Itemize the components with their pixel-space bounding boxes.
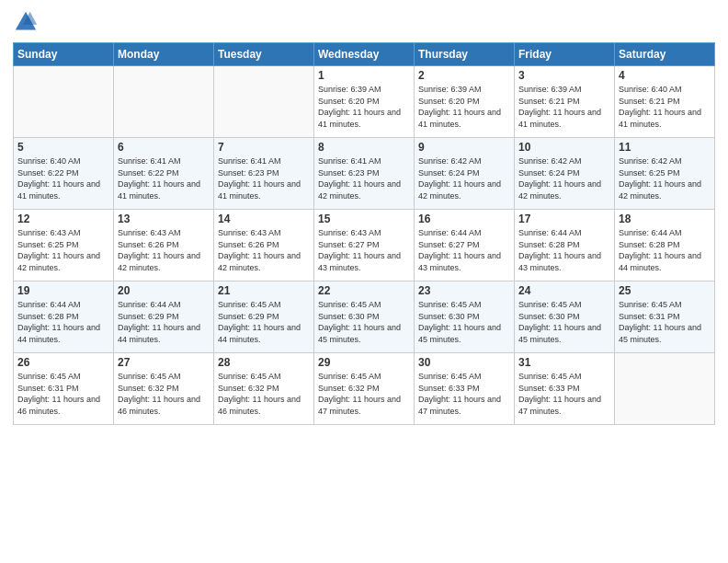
calendar-cell: 8Sunrise: 6:41 AMSunset: 6:23 PMDaylight… xyxy=(314,138,415,210)
calendar-cell xyxy=(114,66,214,138)
calendar-cell: 16Sunrise: 6:44 AMSunset: 6:27 PMDayligh… xyxy=(415,210,515,282)
day-detail: Sunrise: 6:45 AMSunset: 6:33 PMDaylight:… xyxy=(418,371,510,417)
day-number: 17 xyxy=(518,213,610,225)
calendar-cell: 11Sunrise: 6:42 AMSunset: 6:25 PMDayligh… xyxy=(615,138,715,210)
calendar-cell: 31Sunrise: 6:45 AMSunset: 6:33 PMDayligh… xyxy=(515,353,615,425)
calendar-cell: 25Sunrise: 6:45 AMSunset: 6:31 PMDayligh… xyxy=(615,282,715,353)
day-detail: Sunrise: 6:39 AMSunset: 6:20 PMDaylight:… xyxy=(318,84,410,130)
calendar-header: SundayMondayTuesdayWednesdayThursdayFrid… xyxy=(14,43,715,66)
logo xyxy=(13,9,42,35)
calendar-week-4: 19Sunrise: 6:44 AMSunset: 6:28 PMDayligh… xyxy=(14,282,715,353)
day-detail: Sunrise: 6:41 AMSunset: 6:23 PMDaylight:… xyxy=(318,155,410,201)
day-detail: Sunrise: 6:44 AMSunset: 6:27 PMDaylight:… xyxy=(418,227,510,273)
calendar-cell: 10Sunrise: 6:42 AMSunset: 6:24 PMDayligh… xyxy=(515,138,615,210)
calendar-cell: 14Sunrise: 6:43 AMSunset: 6:26 PMDayligh… xyxy=(214,210,314,282)
calendar-cell: 2Sunrise: 6:39 AMSunset: 6:20 PMDaylight… xyxy=(415,66,515,138)
day-number: 25 xyxy=(619,284,711,297)
day-detail: Sunrise: 6:45 AMSunset: 6:32 PMDaylight:… xyxy=(218,371,310,417)
day-detail: Sunrise: 6:45 AMSunset: 6:30 PMDaylight:… xyxy=(518,299,610,345)
calendar-week-1: 1Sunrise: 6:39 AMSunset: 6:20 PMDaylight… xyxy=(14,66,715,138)
calendar-body: 1Sunrise: 6:39 AMSunset: 6:20 PMDaylight… xyxy=(14,66,715,425)
day-detail: Sunrise: 6:42 AMSunset: 6:24 PMDaylight:… xyxy=(518,155,610,201)
day-header-tuesday: Tuesday xyxy=(214,43,314,66)
day-number: 13 xyxy=(118,213,210,225)
header-row: SundayMondayTuesdayWednesdayThursdayFrid… xyxy=(14,43,715,66)
day-number: 1 xyxy=(318,69,410,82)
day-header-friday: Friday xyxy=(515,43,615,66)
day-detail: Sunrise: 6:43 AMSunset: 6:26 PMDaylight:… xyxy=(118,227,210,273)
day-detail: Sunrise: 6:44 AMSunset: 6:28 PMDaylight:… xyxy=(518,227,610,273)
calendar-cell: 17Sunrise: 6:44 AMSunset: 6:28 PMDayligh… xyxy=(515,210,615,282)
calendar-cell: 27Sunrise: 6:45 AMSunset: 6:32 PMDayligh… xyxy=(114,353,214,425)
day-detail: Sunrise: 6:45 AMSunset: 6:31 PMDaylight:… xyxy=(17,371,109,417)
day-number: 26 xyxy=(17,356,109,369)
day-number: 19 xyxy=(17,284,109,297)
day-number: 8 xyxy=(318,141,410,154)
header xyxy=(13,9,715,35)
day-detail: Sunrise: 6:45 AMSunset: 6:33 PMDaylight:… xyxy=(518,371,610,417)
day-header-thursday: Thursday xyxy=(415,43,515,66)
calendar-cell: 4Sunrise: 6:40 AMSunset: 6:21 PMDaylight… xyxy=(615,66,715,138)
calendar-cell: 5Sunrise: 6:40 AMSunset: 6:22 PMDaylight… xyxy=(14,138,114,210)
calendar-cell: 6Sunrise: 6:41 AMSunset: 6:22 PMDaylight… xyxy=(114,138,214,210)
day-number: 24 xyxy=(518,284,610,297)
day-detail: Sunrise: 6:40 AMSunset: 6:21 PMDaylight:… xyxy=(619,84,711,130)
day-number: 4 xyxy=(619,69,711,82)
day-number: 14 xyxy=(218,213,310,225)
calendar-cell xyxy=(14,66,114,138)
calendar-week-5: 26Sunrise: 6:45 AMSunset: 6:31 PMDayligh… xyxy=(14,353,715,425)
day-number: 6 xyxy=(118,141,210,154)
day-number: 27 xyxy=(118,356,210,369)
calendar-cell xyxy=(615,353,715,425)
day-header-monday: Monday xyxy=(114,43,214,66)
day-detail: Sunrise: 6:45 AMSunset: 6:29 PMDaylight:… xyxy=(218,299,310,345)
day-number: 30 xyxy=(418,356,510,369)
day-detail: Sunrise: 6:45 AMSunset: 6:31 PMDaylight:… xyxy=(619,299,711,345)
day-detail: Sunrise: 6:41 AMSunset: 6:23 PMDaylight:… xyxy=(218,155,310,201)
calendar-cell: 9Sunrise: 6:42 AMSunset: 6:24 PMDaylight… xyxy=(415,138,515,210)
day-number: 12 xyxy=(17,213,109,225)
calendar-cell: 21Sunrise: 6:45 AMSunset: 6:29 PMDayligh… xyxy=(214,282,314,353)
calendar-cell: 30Sunrise: 6:45 AMSunset: 6:33 PMDayligh… xyxy=(415,353,515,425)
day-number: 7 xyxy=(218,141,310,154)
calendar-cell: 29Sunrise: 6:45 AMSunset: 6:32 PMDayligh… xyxy=(314,353,415,425)
day-detail: Sunrise: 6:45 AMSunset: 6:30 PMDaylight:… xyxy=(418,299,510,345)
day-detail: Sunrise: 6:39 AMSunset: 6:21 PMDaylight:… xyxy=(518,84,610,130)
calendar-cell: 19Sunrise: 6:44 AMSunset: 6:28 PMDayligh… xyxy=(14,282,114,353)
day-detail: Sunrise: 6:45 AMSunset: 6:32 PMDaylight:… xyxy=(318,371,410,417)
calendar-cell: 24Sunrise: 6:45 AMSunset: 6:30 PMDayligh… xyxy=(515,282,615,353)
calendar-cell: 3Sunrise: 6:39 AMSunset: 6:21 PMDaylight… xyxy=(515,66,615,138)
page: SundayMondayTuesdayWednesdayThursdayFrid… xyxy=(0,0,728,563)
day-number: 21 xyxy=(218,284,310,297)
day-number: 10 xyxy=(518,141,610,154)
day-detail: Sunrise: 6:39 AMSunset: 6:20 PMDaylight:… xyxy=(418,84,510,130)
day-number: 2 xyxy=(418,69,510,82)
calendar-cell: 12Sunrise: 6:43 AMSunset: 6:25 PMDayligh… xyxy=(14,210,114,282)
calendar-week-2: 5Sunrise: 6:40 AMSunset: 6:22 PMDaylight… xyxy=(14,138,715,210)
day-header-saturday: Saturday xyxy=(615,43,715,66)
day-detail: Sunrise: 6:42 AMSunset: 6:24 PMDaylight:… xyxy=(418,155,510,201)
calendar-cell: 20Sunrise: 6:44 AMSunset: 6:29 PMDayligh… xyxy=(114,282,214,353)
day-number: 16 xyxy=(418,213,510,225)
calendar-cell: 26Sunrise: 6:45 AMSunset: 6:31 PMDayligh… xyxy=(14,353,114,425)
calendar-cell: 22Sunrise: 6:45 AMSunset: 6:30 PMDayligh… xyxy=(314,282,415,353)
day-number: 23 xyxy=(418,284,510,297)
calendar-cell: 1Sunrise: 6:39 AMSunset: 6:20 PMDaylight… xyxy=(314,66,415,138)
day-number: 28 xyxy=(218,356,310,369)
calendar-cell xyxy=(214,66,314,138)
day-detail: Sunrise: 6:41 AMSunset: 6:22 PMDaylight:… xyxy=(118,155,210,201)
day-detail: Sunrise: 6:40 AMSunset: 6:22 PMDaylight:… xyxy=(17,155,109,201)
day-header-wednesday: Wednesday xyxy=(314,43,415,66)
day-number: 9 xyxy=(418,141,510,154)
day-number: 3 xyxy=(518,69,610,82)
day-detail: Sunrise: 6:44 AMSunset: 6:28 PMDaylight:… xyxy=(619,227,711,273)
day-detail: Sunrise: 6:43 AMSunset: 6:25 PMDaylight:… xyxy=(17,227,109,273)
day-number: 5 xyxy=(17,141,109,154)
calendar-week-3: 12Sunrise: 6:43 AMSunset: 6:25 PMDayligh… xyxy=(14,210,715,282)
calendar-cell: 18Sunrise: 6:44 AMSunset: 6:28 PMDayligh… xyxy=(615,210,715,282)
day-number: 20 xyxy=(118,284,210,297)
calendar-table: SundayMondayTuesdayWednesdayThursdayFrid… xyxy=(13,42,715,425)
calendar-cell: 28Sunrise: 6:45 AMSunset: 6:32 PMDayligh… xyxy=(214,353,314,425)
day-detail: Sunrise: 6:42 AMSunset: 6:25 PMDaylight:… xyxy=(619,155,711,201)
day-detail: Sunrise: 6:43 AMSunset: 6:27 PMDaylight:… xyxy=(318,227,410,273)
